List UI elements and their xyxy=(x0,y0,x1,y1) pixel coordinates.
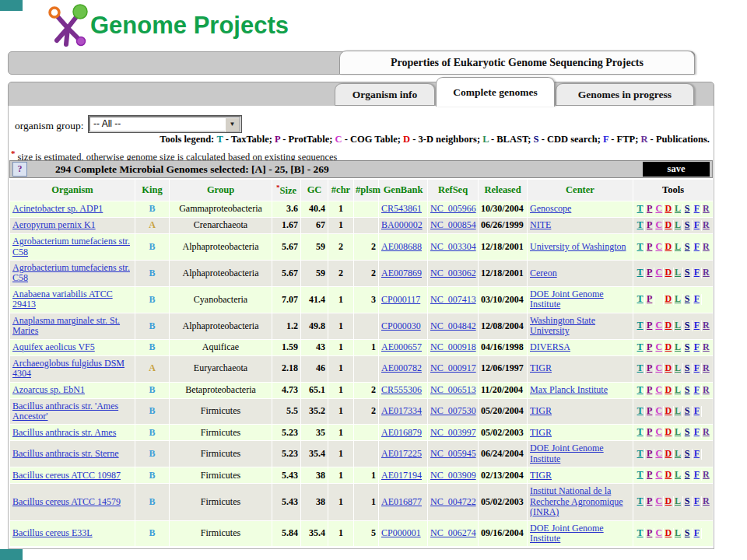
refseq-link[interactable]: NC_004722 xyxy=(430,496,476,507)
tool-link-S[interactable]: S xyxy=(685,384,690,395)
tool-link-R[interactable]: R xyxy=(703,362,710,373)
refseq-link[interactable]: NC_003909 xyxy=(430,470,476,481)
refseq-link[interactable]: NC_007530 xyxy=(430,405,476,416)
center-link[interactable]: Max Planck Institute xyxy=(530,384,608,395)
tool-link-R[interactable]: R xyxy=(703,241,710,252)
refseq-link[interactable]: NC_004842 xyxy=(430,320,476,331)
tool-link-L[interactable]: L xyxy=(675,495,681,506)
tool-link-L[interactable]: L xyxy=(675,405,681,416)
tool-link-T[interactable]: T xyxy=(637,469,644,480)
tool-link-D[interactable]: D xyxy=(665,219,672,230)
refseq-link[interactable]: NC_006513 xyxy=(430,384,476,395)
genbank-link[interactable]: AE000782 xyxy=(381,362,422,373)
tool-link-D[interactable]: D xyxy=(665,241,672,252)
tool-link-C[interactable]: C xyxy=(655,241,662,252)
tool-link-F[interactable]: F xyxy=(694,495,700,506)
tool-link-P[interactable]: P xyxy=(647,241,652,252)
tool-link-L[interactable]: L xyxy=(675,448,681,459)
refseq-link[interactable]: NC_007413 xyxy=(430,294,476,305)
tool-link-D[interactable]: D xyxy=(665,267,672,278)
genbank-link[interactable]: BA000002 xyxy=(381,219,423,230)
tool-link-P[interactable]: P xyxy=(647,527,652,538)
tool-link-S[interactable]: S xyxy=(685,495,690,506)
tool-link-C[interactable]: C xyxy=(655,405,662,416)
tool-link-F[interactable]: F xyxy=(694,219,700,230)
genbank-link[interactable]: AE017225 xyxy=(381,448,422,459)
tool-link-P[interactable]: P xyxy=(647,384,652,395)
tool-link-R[interactable]: R xyxy=(703,203,710,214)
refseq-link[interactable]: NC_000918 xyxy=(430,341,476,352)
tool-link-C[interactable]: C xyxy=(655,320,662,331)
tool-link-L[interactable]: L xyxy=(675,293,681,304)
tool-link-P[interactable]: P xyxy=(647,426,652,437)
tool-link-D[interactable]: D xyxy=(665,384,672,395)
center-link[interactable]: TIGR xyxy=(530,427,552,438)
tool-link-C[interactable]: C xyxy=(655,495,662,506)
tool-link-D[interactable]: D xyxy=(665,495,672,506)
tool-link-D[interactable]: D xyxy=(665,405,672,416)
center-link[interactable]: Cereon xyxy=(530,268,557,278)
tool-link-T[interactable]: T xyxy=(637,527,644,538)
tool-link-R[interactable]: R xyxy=(703,469,710,480)
genbank-link[interactable]: CR543861 xyxy=(381,203,422,214)
organism-link[interactable]: Anaplasma marginale str. St. Maries xyxy=(12,315,120,336)
tool-link-S[interactable]: S xyxy=(685,219,690,230)
tool-link-D[interactable]: D xyxy=(665,448,672,459)
tool-link-R[interactable]: R xyxy=(703,341,710,352)
genbank-link[interactable]: AE017334 xyxy=(381,405,422,416)
tool-link-D[interactable]: D xyxy=(665,203,672,214)
tool-link-F[interactable]: F xyxy=(694,469,700,480)
tool-link-T[interactable]: T xyxy=(637,448,644,459)
genbank-link[interactable]: AE008688 xyxy=(381,241,422,252)
organism-link[interactable]: Azoarcus sp. EbN1 xyxy=(12,384,85,395)
tool-link-S[interactable]: S xyxy=(685,426,690,437)
tool-link-T[interactable]: T xyxy=(637,405,644,416)
center-link[interactable]: DOE Joint Genome Institute xyxy=(530,289,604,310)
center-link[interactable]: Institut National de la Recherche Agrono… xyxy=(530,485,623,517)
organism-link[interactable]: Acinetobacter sp. ADP1 xyxy=(12,203,103,214)
tool-link-L[interactable]: L xyxy=(675,384,681,395)
center-link[interactable]: Genoscope xyxy=(530,203,571,214)
organism-link[interactable]: Agrobacterium tumefaciens str. C58 xyxy=(12,262,130,283)
refseq-link[interactable]: NC_005945 xyxy=(430,448,476,459)
tool-link-T[interactable]: T xyxy=(637,203,644,214)
tool-link-L[interactable]: L xyxy=(675,341,681,352)
tool-link-T[interactable]: T xyxy=(637,267,644,278)
tab-organism-info[interactable]: Organism info xyxy=(335,83,435,106)
refseq-link[interactable]: NC_005966 xyxy=(430,203,476,214)
tool-link-S[interactable]: S xyxy=(685,320,690,331)
tool-link-S[interactable]: S xyxy=(685,469,690,480)
tool-link-S[interactable]: S xyxy=(685,241,690,252)
organism-link[interactable]: Aquifex aeolicus VF5 xyxy=(12,341,95,352)
tool-link-S[interactable]: S xyxy=(685,362,690,373)
center-link[interactable]: TIGR xyxy=(530,405,552,416)
center-link[interactable]: Washington State University xyxy=(530,315,595,336)
tool-link-C[interactable]: C xyxy=(655,219,662,230)
tool-link-C[interactable]: C xyxy=(655,426,662,437)
tool-link-F[interactable]: F xyxy=(694,341,700,352)
organism-link[interactable]: Bacillus cereus E33L xyxy=(12,527,93,538)
tool-link-P[interactable]: P xyxy=(647,362,652,373)
refseq-link[interactable]: NC_000854 xyxy=(430,219,476,230)
tool-link-C[interactable]: C xyxy=(655,469,662,480)
tool-link-L[interactable]: L xyxy=(675,426,681,437)
center-link[interactable]: DOE Joint Genome Institute xyxy=(530,443,604,464)
tool-link-D[interactable]: D xyxy=(665,469,672,480)
tool-link-R[interactable]: R xyxy=(703,219,710,230)
organism-link[interactable]: Aeropyrum pernix K1 xyxy=(12,219,96,230)
organism-link[interactable]: Anabaena variabilis ATCC 29413 xyxy=(12,289,113,310)
tool-link-S[interactable]: S xyxy=(685,341,690,352)
refseq-link[interactable]: NC_006274 xyxy=(430,527,476,538)
tool-link-P[interactable]: P xyxy=(647,293,652,304)
organism-link[interactable]: Agrobacterium tumefaciens str. C58 xyxy=(12,236,130,257)
tool-link-P[interactable]: P xyxy=(647,267,652,278)
tool-link-C[interactable]: C xyxy=(655,448,662,459)
refseq-link[interactable]: NC_000917 xyxy=(430,362,476,373)
tool-link-D[interactable]: D xyxy=(665,362,672,373)
center-link[interactable]: TIGR xyxy=(530,362,552,373)
help-button[interactable]: ? xyxy=(12,162,27,177)
tool-link-S[interactable]: S xyxy=(685,448,690,459)
center-link[interactable]: TIGR xyxy=(530,470,552,481)
tool-link-D[interactable]: D xyxy=(665,426,672,437)
tool-link-T[interactable]: T xyxy=(637,426,644,437)
